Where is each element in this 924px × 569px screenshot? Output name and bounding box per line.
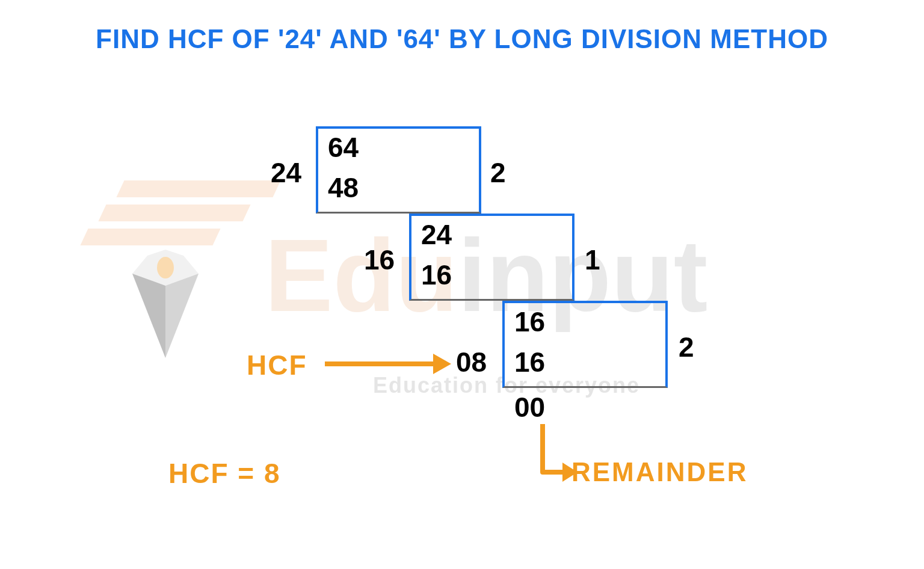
watermark-pen-icon: [120, 244, 211, 366]
step1-divisor: 24: [271, 156, 301, 189]
svg-marker-0: [132, 250, 199, 358]
svg-marker-2: [165, 274, 199, 358]
step1-quotient: 2: [490, 156, 506, 189]
hcf-pointer-label: HCF: [247, 349, 307, 381]
step1-dividend: 64: [328, 131, 359, 164]
step1-product: 48: [328, 171, 359, 204]
step3-product: 16: [514, 346, 545, 378]
step3-quotient: 2: [679, 331, 694, 363]
svg-point-3: [157, 257, 174, 278]
svg-marker-1: [132, 274, 165, 358]
step2-dividend: 24: [421, 218, 452, 251]
step3-remainder: 00: [514, 391, 545, 423]
step3-dividend: 16: [514, 306, 545, 338]
step3-divisor: 08: [456, 346, 487, 378]
watermark-stripes: [102, 180, 319, 289]
page-title: FIND HCF OF '24' AND '64' BY LONG DIVISI…: [0, 24, 924, 54]
arrow-right-icon: [325, 349, 451, 381]
remainder-label: REMAINDER: [571, 457, 748, 487]
step2-quotient: 1: [585, 244, 600, 276]
step2-divisor: 16: [364, 244, 395, 276]
svg-marker-5: [433, 354, 451, 374]
hcf-answer-label: HCF = 8: [168, 457, 281, 490]
step2-product: 16: [421, 259, 452, 291]
